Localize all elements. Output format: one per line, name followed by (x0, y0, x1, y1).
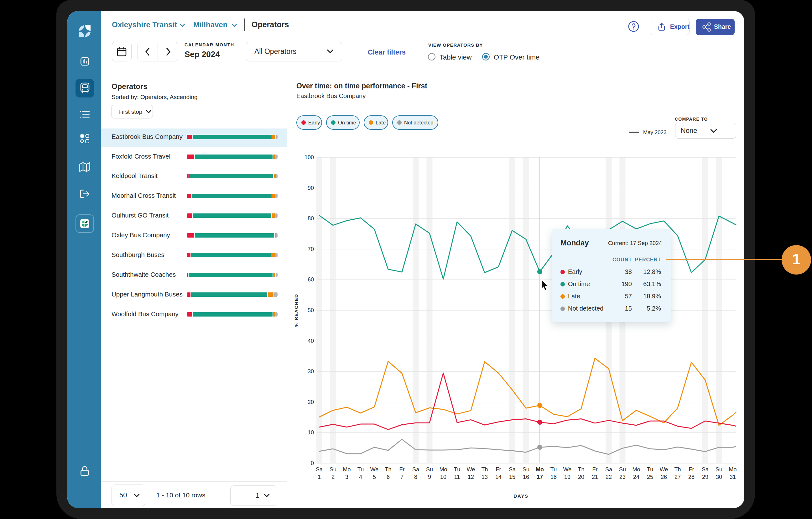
svg-text:Tu: Tu (454, 466, 460, 473)
svg-text:Sa: Sa (509, 466, 516, 473)
svg-text:0: 0 (311, 460, 314, 466)
svg-text:We: We (563, 466, 572, 473)
svg-text:50: 50 (308, 307, 314, 313)
svg-text:We: We (467, 466, 475, 473)
svg-text:20: 20 (578, 474, 584, 480)
svg-text:10: 10 (308, 429, 314, 436)
svg-text:6: 6 (386, 474, 390, 480)
svg-text:29: 29 (702, 474, 708, 480)
svg-text:Fr: Fr (496, 466, 501, 473)
svg-text:14: 14 (495, 474, 501, 480)
svg-text:DAYS: DAYS (514, 493, 528, 499)
svg-text:Sa: Sa (316, 466, 323, 473)
svg-text:13: 13 (482, 474, 488, 480)
svg-text:5: 5 (373, 474, 376, 480)
svg-text:30: 30 (308, 368, 314, 375)
svg-text:We: We (660, 466, 668, 473)
svg-text:Su: Su (523, 466, 529, 473)
svg-text:We: We (370, 466, 379, 473)
svg-text:100: 100 (304, 154, 314, 161)
svg-text:Sa: Sa (605, 466, 612, 473)
svg-text:19: 19 (564, 474, 571, 480)
svg-text:Tu: Tu (550, 466, 557, 473)
svg-text:27: 27 (674, 474, 681, 480)
svg-text:Th: Th (578, 466, 584, 473)
svg-text:Th: Th (481, 466, 488, 473)
svg-text:16: 16 (523, 474, 529, 480)
svg-text:30: 30 (716, 474, 722, 480)
svg-text:Su: Su (426, 466, 433, 473)
svg-text:4: 4 (359, 474, 362, 480)
svg-text:Mo: Mo (729, 466, 736, 473)
svg-text:60: 60 (308, 276, 314, 283)
svg-text:Mo: Mo (536, 466, 544, 473)
svg-text:70: 70 (308, 246, 314, 252)
svg-text:18: 18 (550, 474, 557, 480)
svg-text:Fr: Fr (592, 466, 598, 473)
svg-text:7: 7 (400, 474, 404, 480)
svg-text:11: 11 (454, 474, 460, 480)
svg-text:% REACHED: % REACHED (293, 294, 299, 327)
svg-text:12: 12 (468, 474, 474, 480)
svg-text:22: 22 (606, 474, 612, 480)
svg-text:10: 10 (440, 474, 446, 480)
svg-text:80: 80 (308, 215, 314, 222)
svg-text:17: 17 (536, 474, 543, 480)
svg-text:24: 24 (633, 474, 639, 480)
svg-text:26: 26 (661, 474, 667, 480)
svg-text:2: 2 (331, 474, 335, 480)
svg-text:31: 31 (730, 474, 736, 480)
svg-text:Tu: Tu (647, 466, 653, 473)
svg-text:23: 23 (619, 474, 626, 480)
svg-text:15: 15 (509, 474, 515, 480)
svg-text:Mo: Mo (439, 466, 447, 473)
svg-text:Mo: Mo (632, 466, 640, 473)
svg-text:Su: Su (716, 466, 722, 473)
svg-text:25: 25 (647, 474, 653, 480)
svg-text:8: 8 (414, 474, 417, 480)
svg-text:Sa: Sa (412, 466, 419, 473)
svg-text:90: 90 (308, 185, 314, 191)
svg-text:Mo: Mo (343, 466, 351, 473)
svg-text:Sa: Sa (702, 466, 709, 473)
svg-text:3: 3 (345, 474, 348, 480)
svg-text:28: 28 (688, 474, 695, 480)
svg-text:Tu: Tu (357, 466, 364, 473)
svg-text:Fr: Fr (689, 466, 694, 473)
svg-text:1: 1 (318, 474, 321, 480)
svg-text:21: 21 (592, 474, 598, 480)
svg-text:Fr: Fr (399, 466, 405, 473)
svg-text:Su: Su (329, 466, 337, 473)
svg-text:Su: Su (619, 466, 626, 473)
svg-text:40: 40 (308, 338, 314, 344)
svg-text:20: 20 (308, 399, 314, 405)
svg-text:Th: Th (674, 466, 681, 473)
svg-text:Th: Th (385, 466, 391, 473)
svg-text:9: 9 (428, 474, 431, 480)
